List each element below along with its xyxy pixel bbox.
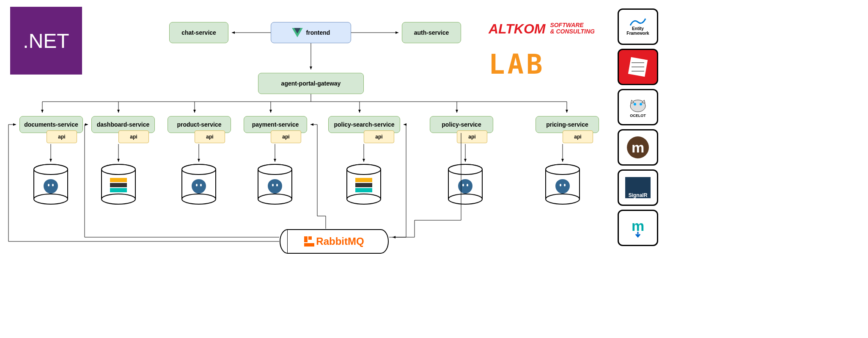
- svg-rect-16: [110, 178, 127, 182]
- tech-entity-framework: Entity Framework: [618, 8, 658, 45]
- svg-point-33: [272, 184, 274, 186]
- vue-icon: [292, 28, 303, 37]
- label-frontend: frontend: [306, 29, 330, 36]
- ef-bottom: Framework: [626, 31, 649, 36]
- svg-point-34: [276, 184, 278, 186]
- svg-point-26: [200, 184, 202, 186]
- node-gateway: agent-portal-gateway: [258, 73, 364, 94]
- architecture-diagram: .NET chat-service frontend auth-service …: [0, 0, 868, 338]
- ocelot-text: OCELOT: [630, 114, 646, 118]
- label-auth: auth-service: [414, 29, 449, 36]
- altkom-sub2: & CONSULTING: [550, 28, 595, 35]
- label-policy-search: policy-search-service: [334, 121, 394, 128]
- db-dashboard: [97, 163, 140, 207]
- svg-text:m: m: [632, 218, 644, 234]
- node-frontend: frontend: [271, 22, 351, 43]
- tech-marten: m: [618, 129, 658, 166]
- rabbitmq-bus: RabbitMQ: [279, 229, 389, 254]
- altkom-logo: ALTKOM SOFTWARE & CONSULTING: [489, 22, 595, 36]
- label-gateway: agent-portal-gateway: [281, 80, 341, 87]
- svg-point-32: [258, 164, 292, 175]
- node-auth-service: auth-service: [402, 22, 461, 43]
- lab-logo: LAB: [489, 51, 545, 78]
- tech-nhibernate: [618, 49, 658, 85]
- api-pricing: api: [563, 130, 593, 143]
- svg-point-40: [347, 164, 381, 175]
- ef-top: Entity: [632, 26, 644, 31]
- signalr-text: SignalR: [629, 192, 648, 198]
- db-pricing: [541, 163, 584, 207]
- ef-icon: [629, 18, 646, 26]
- svg-point-15: [102, 164, 135, 175]
- svg-point-46: [448, 194, 482, 204]
- svg-point-7: [34, 164, 68, 175]
- db-documents: [30, 163, 72, 207]
- label-payment: payment-service: [252, 121, 299, 128]
- api-product: api: [195, 130, 225, 143]
- db-policy: [444, 163, 486, 207]
- nhibernate-icon: [627, 56, 648, 78]
- label-policy: policy-service: [442, 121, 481, 128]
- svg-point-21: [182, 194, 216, 204]
- svg-point-12: [102, 194, 135, 204]
- svg-point-59: [564, 184, 566, 186]
- svg-point-4: [34, 194, 68, 204]
- svg-rect-17: [110, 183, 127, 187]
- db-payment: [254, 163, 296, 207]
- svg-rect-41: [355, 178, 372, 182]
- api-policy-search: api: [364, 130, 394, 143]
- svg-text:m: m: [632, 139, 644, 155]
- rabbitmq-icon: [304, 236, 314, 247]
- svg-rect-65: [308, 236, 312, 240]
- db-product: [178, 163, 220, 207]
- svg-rect-66: [304, 243, 314, 247]
- lab-text: LAB: [489, 49, 545, 80]
- svg-point-29: [258, 194, 292, 204]
- svg-point-57: [546, 164, 580, 175]
- dotnet-label: .NET: [23, 29, 69, 53]
- rabbitmq-label: RabbitMQ: [316, 235, 364, 247]
- api-documents: api: [47, 130, 77, 143]
- svg-point-51: [467, 184, 468, 186]
- svg-point-72: [634, 103, 636, 105]
- svg-rect-43: [355, 188, 372, 192]
- label-documents: documents-service: [24, 121, 78, 128]
- svg-rect-42: [355, 183, 372, 187]
- svg-point-54: [546, 194, 580, 204]
- api-policy: api: [457, 130, 487, 143]
- label-chat: chat-service: [181, 29, 216, 36]
- mediatr-icon: m: [627, 217, 648, 238]
- ocelot-icon: [627, 97, 648, 114]
- svg-rect-64: [304, 236, 308, 242]
- svg-rect-18: [110, 188, 127, 192]
- svg-point-24: [182, 164, 216, 175]
- db-policy-search: [343, 163, 385, 207]
- marten-icon: m: [625, 135, 651, 160]
- svg-point-58: [560, 184, 561, 186]
- label-product: product-service: [177, 121, 221, 128]
- svg-point-37: [347, 194, 381, 204]
- svg-point-49: [448, 164, 482, 175]
- altkom-sub1: SOFTWARE: [550, 22, 595, 28]
- svg-point-8: [48, 184, 49, 186]
- api-dashboard: api: [118, 130, 149, 143]
- tech-ocelot: OCELOT: [618, 89, 658, 125]
- api-payment: api: [271, 130, 301, 143]
- svg-point-25: [196, 184, 198, 186]
- tech-mediatr: m: [618, 210, 658, 246]
- node-chat-service: chat-service: [169, 22, 228, 43]
- label-pricing: pricing-service: [546, 121, 588, 128]
- tech-signalr: SignalR: [618, 169, 658, 206]
- svg-point-73: [640, 103, 642, 105]
- altkom-main: ALTKOM: [489, 21, 545, 36]
- label-dashboard: dashboard-service: [97, 121, 150, 128]
- svg-point-9: [52, 184, 54, 186]
- dotnet-badge: .NET: [10, 7, 82, 75]
- svg-point-50: [462, 184, 464, 186]
